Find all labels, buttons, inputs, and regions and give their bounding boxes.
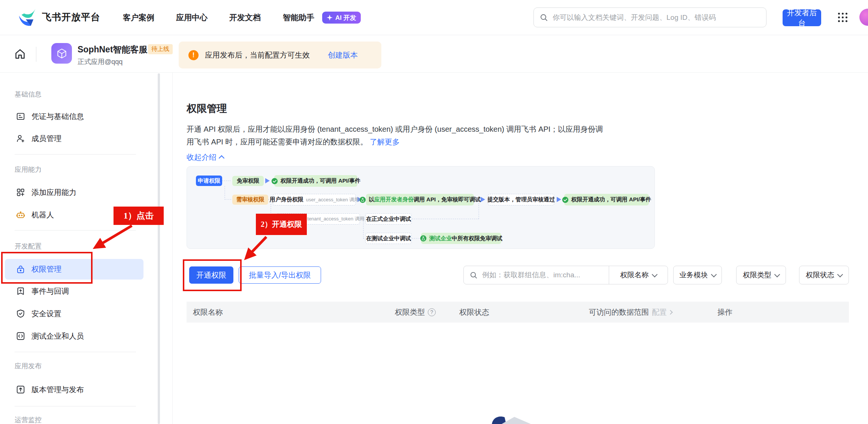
section-ops-monitor: 运营监控 (15, 415, 42, 424)
sidebar-divider (15, 352, 136, 352)
debug-circle-icon (359, 196, 366, 203)
user-avatar[interactable] (859, 9, 868, 26)
permission-table-header: 权限名称 权限类型 ? 权限状态 可访问的数据范围 配置 操作 (187, 302, 849, 323)
flow-apply-permission: 申请权限 (196, 176, 222, 186)
page-description: 开通 API 权限后，应用才能以应用身份 (tenant_access_toke… (187, 123, 662, 148)
top-nav: 飞书开放平台 客户案例 应用中心 开发文档 智能助手 AI 开发 开发者后台 (0, 0, 868, 35)
sidebar-divider (15, 230, 136, 231)
flow-need-review: 需审核权限 (232, 195, 268, 205)
filter-business-module[interactable]: 业务模块 (673, 266, 722, 284)
sidebar-item-security[interactable]: 安全设置 (5, 305, 143, 322)
annotation-step2-label: 2）开通权限 (256, 214, 307, 235)
search-icon (470, 271, 478, 279)
publish-warning-banner: ! 应用发布后，当前配置方可生效 创建版本 (179, 42, 381, 68)
filter-business-module-label: 业务模块 (680, 270, 708, 280)
chevron-down-icon (774, 271, 780, 277)
sidebar-item-permissions[interactable]: 权限管理 (5, 259, 143, 280)
filter-permission-type[interactable]: 权限类型 (736, 266, 786, 284)
sidebar-item-test-company[interactable]: 测试企业和人员 (5, 328, 143, 344)
sidebar-item-events[interactable]: 事件与回调 (5, 283, 143, 299)
learn-more-link[interactable]: 了解更多 (370, 138, 400, 146)
description-line1: 开通 API 权限后，应用才能以应用身份 (tenant_access_toke… (187, 123, 662, 135)
flow-test-free-box: 测试企业中所有权限免审调试 (421, 233, 501, 244)
ai-dev-badge[interactable]: AI 开发 (322, 12, 361, 24)
search-icon (540, 13, 548, 22)
chevron-up-icon (219, 155, 225, 161)
page-title: 权限管理 (187, 102, 227, 115)
column-data-scope-label: 可访问的数据范围 (589, 307, 649, 317)
permission-search: 权限名称 (463, 266, 668, 284)
sidebar-scrollbar[interactable] (158, 73, 160, 424)
chevron-right-icon (668, 310, 673, 315)
section-dev-config: 开发配置 (15, 242, 42, 251)
flow-submit-version-box: 提交版本，管理员审核通过 (488, 194, 554, 205)
sidebar-item-label: 添加应用能力 (31, 187, 76, 198)
scope-config-label: 配置 (652, 307, 667, 317)
filter-permission-name[interactable]: 权限名称 (609, 266, 668, 284)
flow-dev-identity-box: 以应用开发者身份调用 API，免审核即可调试 (366, 194, 474, 205)
check-circle-icon (562, 196, 569, 203)
apps-grid-icon[interactable] (838, 13, 847, 22)
filter-permission-status-label: 权限状态 (806, 270, 834, 280)
column-permission-type: 权限类型 ? (395, 302, 436, 323)
home-icon (14, 48, 26, 60)
lock-icon (16, 265, 25, 274)
bookmark-plus-icon (16, 286, 25, 296)
sidebar-item-label: 权限管理 (31, 264, 61, 274)
logo[interactable]: 飞书开放平台 (16, 7, 100, 27)
collapse-intro-link[interactable]: 收起介绍 (187, 152, 224, 162)
sparkle-icon (327, 15, 333, 21)
flow-user-identity-box: 用户身份权限 user_access_token 调用 (273, 194, 356, 205)
section-basic-info: 基础信息 (15, 90, 42, 99)
column-permission-name: 权限名称 (193, 302, 223, 323)
sidebar-divider (15, 406, 136, 406)
banner-text: 应用发布后，当前配置方可生效 (205, 50, 310, 60)
flow-dev-identity-text: 以应用开发者身份调用 API，免审核即可调试 (369, 196, 481, 203)
sidebar-item-add-capability[interactable]: 添加应用能力 (5, 184, 143, 201)
flow-tenant-identity-sub: tenant_access_token 调用 (307, 216, 364, 222)
id-card-icon (16, 112, 25, 121)
global-search-input[interactable] (552, 13, 760, 22)
nav-customer-cases[interactable]: 客户案例 (123, 12, 154, 23)
column-permission-type-label: 权限类型 (395, 307, 425, 317)
check-circle-icon (271, 178, 278, 184)
batch-import-export-button[interactable]: 批量导入/导出权限 (239, 266, 321, 284)
create-version-link[interactable]: 创建版本 (328, 50, 358, 60)
scope-config-link[interactable]: 配置 (652, 307, 672, 317)
flow-user-identity-sub: user_access_token 调用 (306, 196, 359, 203)
nav-dev-docs[interactable]: 开发文档 (229, 12, 261, 23)
flow-success-2: 权限开通成功，可调用 API/事件 (564, 194, 649, 205)
home-button[interactable] (14, 48, 26, 62)
screen: 飞书开放平台 客户案例 应用中心 开发文档 智能助手 AI 开发 开发者后台 (0, 0, 868, 424)
chevron-down-icon (837, 271, 843, 277)
help-icon[interactable]: ? (428, 308, 436, 316)
user-plus-icon (16, 134, 25, 143)
nav-ai-assistant[interactable]: 智能助手 (283, 12, 314, 23)
sidebar-item-version-release[interactable]: 版本管理与发布 (5, 381, 143, 398)
feishu-logo-icon (16, 7, 37, 27)
app-name: SophNet智能客服 (78, 44, 148, 55)
flow-formal-debug-box: 在正式企业中调试 (365, 213, 412, 225)
sidebar-item-label: 测试企业和人员 (31, 331, 84, 341)
sidebar-item-members[interactable]: 成员管理 (5, 130, 143, 147)
filter-permission-status[interactable]: 权限状态 (799, 266, 849, 284)
filter-permission-type-label: 权限类型 (743, 270, 771, 280)
sidebar-item-label: 版本管理与发布 (31, 385, 84, 395)
permission-search-input[interactable] (481, 271, 609, 280)
sidebar-item-credentials[interactable]: 凭证与基础信息 (5, 108, 143, 125)
status-badge: 待上线 (148, 44, 173, 54)
annotation-step1-label: 1）点击 (114, 207, 164, 225)
flow-success-1-text: 权限开通成功，可调用 API/事件 (281, 177, 360, 184)
robot-icon (16, 210, 25, 220)
flow-test-free-text: 测试企业中所有权限免审调试 (429, 235, 502, 242)
open-permission-button[interactable]: 开通权限 (189, 266, 233, 284)
flow-success-2-text: 权限开通成功，可调用 API/事件 (571, 196, 651, 203)
flow-no-review: 免审权限 (232, 176, 264, 186)
empty-state-illustration (485, 414, 545, 424)
sidebar-item-label: 机器人 (31, 210, 54, 220)
nav-app-center[interactable]: 应用中心 (176, 12, 208, 23)
developer-console-button[interactable]: 开发者后台 (783, 9, 821, 26)
code-icon (16, 331, 25, 341)
global-search (533, 7, 766, 27)
sidebar-item-label: 成员管理 (31, 134, 61, 144)
